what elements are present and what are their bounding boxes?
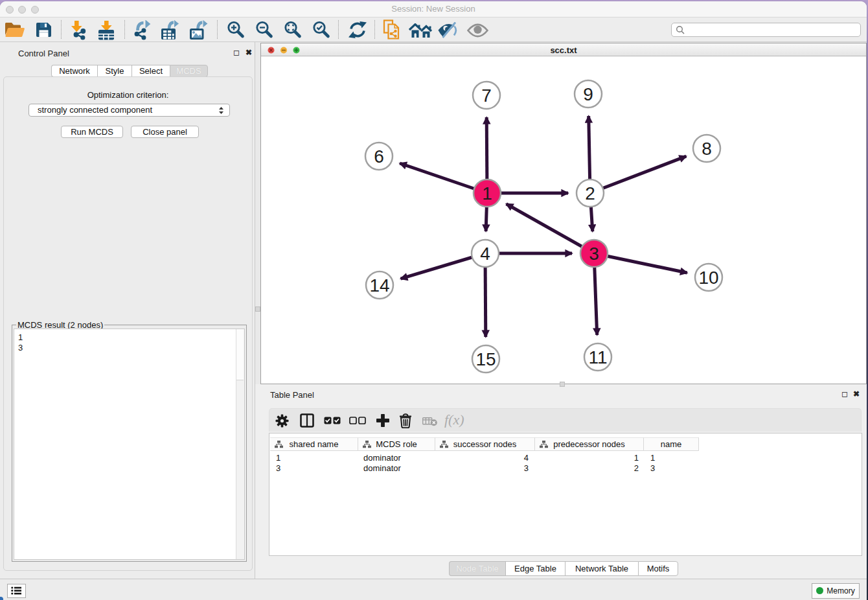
svg-text:8: 8	[702, 139, 712, 159]
svg-text:9: 9	[583, 84, 593, 104]
svg-text:11: 11	[588, 347, 607, 367]
svg-text:6: 6	[374, 146, 384, 167]
svg-text:7: 7	[481, 86, 492, 106]
svg-text:3: 3	[589, 244, 599, 264]
svg-text:2: 2	[585, 183, 595, 203]
svg-text:10: 10	[698, 268, 718, 288]
svg-text:4: 4	[480, 244, 490, 264]
svg-text:15: 15	[475, 349, 496, 369]
svg-text:1: 1	[482, 183, 492, 203]
svg-text:14: 14	[369, 275, 389, 295]
